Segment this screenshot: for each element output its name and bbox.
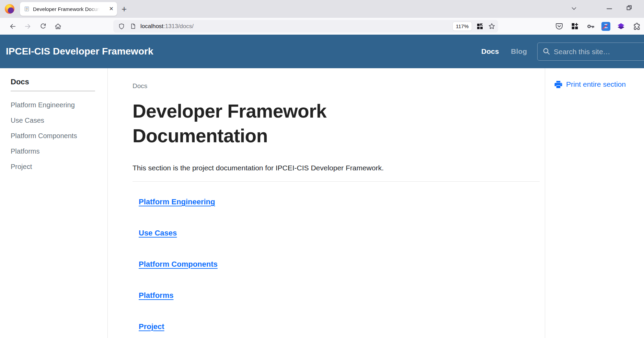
- grid-arrow-extension-icon[interactable]: [476, 23, 483, 30]
- zoom-level-button[interactable]: 117%: [453, 22, 472, 31]
- extension-buttons: Z: [554, 21, 643, 32]
- page-info-icon[interactable]: [130, 23, 136, 29]
- navigation-toolbar: localhost:1313/docs/ 117%: [0, 18, 644, 35]
- back-arrow-icon: [9, 23, 16, 30]
- key-password-icon[interactable]: [586, 21, 596, 32]
- site-header: IPCEI-CIS Developer Framework Docs Blog: [0, 35, 644, 68]
- sidebar-item: Project: [11, 159, 107, 174]
- tab-favicon-document-icon: [24, 6, 30, 12]
- sidebar-item: Platform Components: [11, 128, 107, 144]
- print-section-link[interactable]: Print entire section: [554, 80, 644, 89]
- sidebar-item-link[interactable]: Platform Engineering: [11, 97, 107, 113]
- sidebar-heading-docs[interactable]: Docs: [11, 77, 107, 86]
- section-link[interactable]: Platform Engineering: [139, 197, 215, 207]
- right-column: Print entire section: [545, 68, 644, 338]
- tab-title: Developer Framework Documentation: [33, 6, 101, 12]
- sidebar-divider: [11, 91, 95, 91]
- search-input[interactable]: [537, 43, 644, 61]
- section-link[interactable]: Use Cases: [139, 228, 177, 238]
- window-minimize-icon[interactable]: [606, 5, 612, 12]
- section-link[interactable]: Platform Components: [139, 259, 218, 269]
- tracking-shield-icon[interactable]: [118, 23, 125, 30]
- breadcrumb: Docs: [133, 82, 540, 90]
- purple-layers-extension-icon[interactable]: [616, 21, 626, 32]
- reload-icon: [39, 23, 47, 30]
- sidebar-item-link[interactable]: Project: [11, 159, 107, 174]
- header-nav: Docs Blog: [481, 35, 527, 68]
- grid-plus-extension-icon[interactable]: [570, 21, 580, 32]
- sidebar-item-link[interactable]: Use Cases: [11, 113, 107, 128]
- sidebar-item: Platform Engineering: [11, 97, 107, 113]
- browser-window: Developer Framework Documentation ✕ +: [0, 0, 644, 338]
- window-restore-icon[interactable]: [626, 5, 632, 11]
- section-link[interactable]: Platforms: [139, 291, 173, 300]
- sidebar-item: Use Cases: [11, 113, 107, 128]
- printer-icon: [554, 81, 562, 88]
- url-text[interactable]: localhost:1313/docs/: [140, 23, 194, 30]
- nav-docs[interactable]: Docs: [481, 47, 499, 56]
- sidebar-item: Platforms: [11, 144, 107, 159]
- page-title: Developer Framework Documentation: [133, 99, 393, 148]
- firefox-logo-icon[interactable]: [5, 4, 14, 14]
- sidebar-item-link[interactable]: Platform Components: [11, 128, 107, 144]
- url-bar[interactable]: localhost:1313/docs/ 117%: [113, 20, 498, 33]
- bookmark-star-icon[interactable]: [488, 23, 495, 30]
- page-body: Docs Platform EngineeringUse CasesPlatfo…: [0, 68, 644, 338]
- tab-close-icon[interactable]: ✕: [109, 6, 114, 12]
- section-link[interactable]: Project: [139, 322, 164, 331]
- pocket-icon[interactable]: [554, 21, 564, 32]
- home-icon: [54, 23, 62, 30]
- sidebar-nav-list: Platform EngineeringUse CasesPlatform Co…: [11, 97, 107, 174]
- tab-list-chevron-icon[interactable]: [570, 5, 578, 12]
- forward-button[interactable]: [22, 21, 34, 32]
- search-icon: [542, 47, 551, 56]
- main-content: Docs Developer Framework Documentation T…: [108, 68, 545, 338]
- new-tab-button[interactable]: +: [122, 4, 127, 13]
- home-button[interactable]: [52, 21, 64, 32]
- zotero-icon[interactable]: Z: [601, 22, 610, 31]
- print-section-label: Print entire section: [566, 80, 626, 89]
- tab-strip: Developer Framework Documentation ✕ +: [0, 0, 644, 18]
- nav-blog[interactable]: Blog: [511, 47, 527, 56]
- site-search: [537, 43, 644, 61]
- browser-tab[interactable]: Developer Framework Documentation ✕: [20, 2, 117, 16]
- sidebar-item-link[interactable]: Platforms: [11, 144, 107, 159]
- forward-arrow-icon: [24, 23, 32, 30]
- site-brand[interactable]: IPCEI-CIS Developer Framework: [6, 35, 153, 68]
- section-link-list: Platform EngineeringUse CasesPlatform Co…: [139, 197, 540, 331]
- intro-paragraph: This section is the project documentatio…: [133, 164, 540, 172]
- back-button[interactable]: [7, 21, 19, 32]
- reload-button[interactable]: [37, 21, 49, 32]
- docs-sidebar: Docs Platform EngineeringUse CasesPlatfo…: [0, 68, 108, 338]
- content-divider: [133, 181, 540, 182]
- extensions-puzzle-icon[interactable]: [632, 21, 642, 32]
